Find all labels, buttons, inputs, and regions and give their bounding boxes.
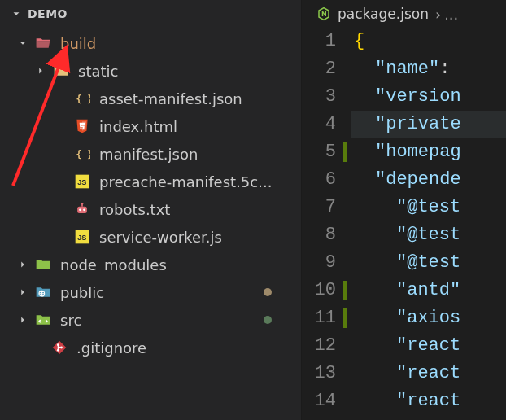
code-line: "react [351, 360, 506, 387]
tree-item-label: build [60, 35, 96, 52]
js-icon: JS [73, 228, 91, 246]
tree-item-label: .gitignore [76, 339, 146, 357]
line-number: 6 [302, 166, 336, 194]
line-number: 14 [302, 387, 336, 415]
line-number: 12 [302, 332, 336, 360]
code-line: "@test [351, 221, 506, 249]
code-line: "@test [351, 249, 506, 277]
tree-item-asset-manifest-json[interactable]: { }asset-manifest.json [0, 85, 301, 112]
code-line: "depende [351, 166, 506, 194]
tree-item-index-html[interactable]: index.html [0, 112, 301, 140]
tree-item-service-worker-js[interactable]: JSservice-worker.js [0, 223, 301, 251]
git-status-dot [264, 288, 272, 296]
git-status-dot [264, 316, 272, 324]
breadcrumb-ellipsis: ... [444, 6, 458, 23]
braces-icon: { } [73, 90, 91, 107]
braces-icon: { } [73, 145, 91, 163]
tree-item-precache-manifest-5c-[interactable]: JSprecache-manifest.5c... [0, 168, 301, 195]
tree-item-label: service-worker.js [99, 229, 222, 246]
code-line: "@test [351, 194, 506, 221]
code-line: "private [351, 111, 506, 138]
line-number: 11 [302, 304, 336, 332]
code-line: "react [351, 332, 506, 360]
code-line: { [351, 28, 506, 55]
svg-point-6 [83, 208, 85, 211]
folder-web-icon [34, 283, 52, 301]
svg-point-5 [79, 208, 81, 211]
code-line: "version [351, 83, 506, 111]
chevron-right-icon [16, 258, 29, 271]
file-tree: buildstatic{ }asset-manifest.jsonindex.h… [0, 28, 301, 361]
line-number: 4 [302, 111, 336, 138]
line-number: 9 [302, 249, 336, 277]
svg-rect-4 [77, 207, 87, 213]
tree-item-static[interactable]: static [0, 57, 301, 85]
tree-item-label: asset-manifest.json [99, 90, 242, 107]
breadcrumb-separator-icon: › [435, 6, 441, 23]
file-explorer: DEMO buildstatic{ }asset-manifest.jsonin… [0, 0, 301, 420]
chevron-down-icon [10, 7, 23, 20]
chevron-right-icon [16, 286, 29, 299]
tree-item-label: public [60, 284, 104, 301]
line-number: 3 [302, 83, 336, 111]
html5-icon [73, 117, 91, 135]
code-editor[interactable]: 1234567891011121314 {"name":"version"pri… [302, 28, 506, 420]
editor-area: package.json › ... 1234567891011121314 {… [301, 0, 506, 420]
code-line: "name": [351, 55, 506, 83]
git-icon [50, 339, 68, 357]
chevron-right-icon [34, 64, 47, 77]
tree-item-label: src [60, 312, 81, 329]
svg-text:{ }: { } [76, 148, 91, 160]
line-number: 13 [302, 360, 336, 387]
tree-item-label: manifest.json [99, 146, 198, 163]
tree-item-manifest-json[interactable]: { }manifest.json [0, 140, 301, 168]
explorer-section-header[interactable]: DEMO [0, 0, 301, 28]
line-number: 8 [302, 221, 336, 249]
chevron-down-icon [16, 37, 29, 50]
tree-item-build[interactable]: build [0, 29, 301, 57]
svg-text:JS: JS [77, 234, 86, 242]
line-number: 1 [302, 28, 336, 55]
tree-item-label: static [78, 63, 118, 80]
tree-item-node-modules[interactable]: node_modules [0, 251, 301, 278]
nodejs-icon [316, 7, 331, 21]
editor-tab-bar: package.json › ... [302, 0, 506, 28]
tab-filename: package.json [338, 6, 429, 22]
tree-item--gitignore[interactable]: .gitignore [0, 334, 301, 361]
line-number: 7 [302, 194, 336, 221]
code-line: "antd" [351, 277, 506, 304]
svg-text:JS: JS [77, 178, 86, 186]
svg-text:{ }: { } [76, 93, 91, 104]
folder-open-icon [34, 34, 52, 52]
line-number: 10 [302, 277, 336, 304]
tree-item-src[interactable]: src [0, 306, 301, 334]
tree-item-robots-txt[interactable]: robots.txt [0, 195, 301, 223]
folder-src-icon [34, 311, 52, 329]
js-icon: JS [73, 173, 91, 190]
tree-item-label: precache-manifest.5c... [99, 173, 272, 190]
code-line: "axios [351, 304, 506, 332]
chevron-right-icon [16, 313, 29, 326]
code-line: "react [351, 387, 506, 415]
folder-icon [52, 62, 70, 80]
editor-tab[interactable]: package.json › ... [308, 0, 466, 28]
tree-item-label: node_modules [60, 256, 167, 273]
line-number: 5 [302, 138, 336, 166]
code-line: "homepag [351, 138, 506, 166]
folder-icon [34, 256, 52, 273]
line-number-gutter: 1234567891011121314 [302, 28, 351, 420]
robot-icon [73, 200, 91, 218]
tree-item-label: robots.txt [99, 201, 170, 218]
line-number: 2 [302, 55, 336, 83]
tree-item-public[interactable]: public [0, 278, 301, 306]
svg-point-8 [81, 203, 84, 205]
code-content: {"name":"version"private"homepag"depende… [351, 28, 506, 420]
tree-item-label: index.html [99, 118, 177, 135]
explorer-title: DEMO [28, 7, 68, 20]
